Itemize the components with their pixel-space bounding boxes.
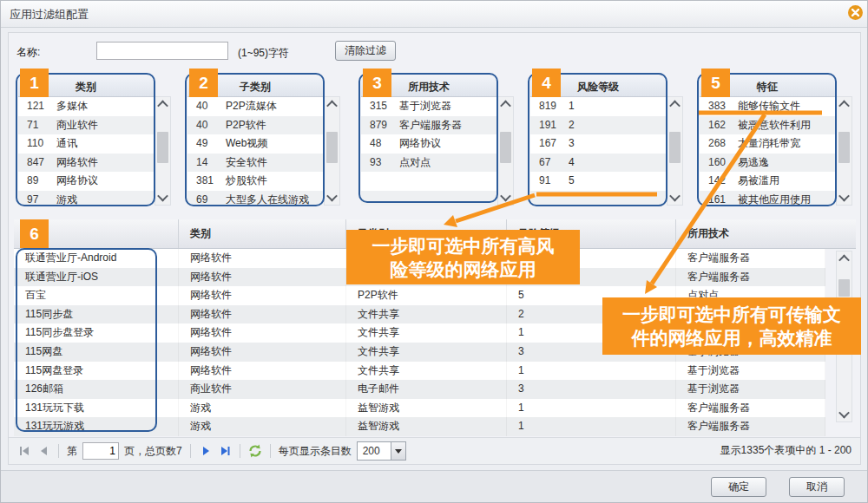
list-item[interactable]: 315 基于浏览器: [361, 97, 496, 116]
chevron-down-icon[interactable]: [498, 190, 513, 205]
item-label: 能够传输文件: [738, 97, 835, 116]
cell-category: 游戏: [179, 417, 346, 436]
list-item[interactable]: 142 易被滥用: [700, 172, 835, 191]
cell-subcategory: 文件共享: [346, 305, 507, 324]
list-item[interactable]: 40 P2P流媒体: [187, 97, 323, 116]
chevron-down-icon[interactable]: [837, 190, 852, 205]
table-scrollbar[interactable]: [836, 251, 852, 422]
list-item[interactable]: [361, 172, 496, 191]
table-row[interactable]: 联通营业厅-Android 网络软件 客户端服务器: [14, 249, 825, 268]
list-item[interactable]: 167 3: [530, 134, 666, 154]
chevron-down-icon[interactable]: [391, 442, 405, 460]
list-item[interactable]: 268 大量消耗带宽: [700, 134, 835, 154]
list-item[interactable]: 819 1: [530, 97, 666, 116]
scrollbar[interactable]: [324, 96, 340, 206]
cancel-button[interactable]: 取消: [789, 477, 845, 497]
table-row[interactable]: 联通营业厅-iOS 网络软件 客户端服务器: [14, 268, 825, 287]
list-item[interactable]: 847 网络软件: [18, 154, 154, 173]
chevron-up-icon[interactable]: [837, 97, 852, 112]
divider: [240, 444, 240, 458]
scrollbar[interactable]: [667, 96, 683, 206]
page-number-input[interactable]: [82, 442, 119, 460]
chevron-up-icon[interactable]: [667, 97, 682, 112]
list-item[interactable]: 67 4: [530, 154, 666, 173]
list-item[interactable]: 14 安全软件: [187, 154, 323, 173]
scroll-thumb[interactable]: [157, 132, 168, 163]
scrollbar[interactable]: [155, 96, 171, 206]
chevron-up-icon[interactable]: [155, 97, 170, 112]
chevron-down-icon[interactable]: [837, 407, 852, 421]
list-item[interactable]: 879 客户端服务器: [361, 116, 496, 135]
cell-category: 网络软件: [179, 305, 346, 324]
item-count: 315: [370, 97, 399, 116]
list-item[interactable]: 40 P2P软件: [187, 116, 323, 135]
chevron-up-icon[interactable]: [498, 97, 513, 112]
scroll-thumb[interactable]: [500, 132, 511, 163]
table-row[interactable]: 百宝 网络软件 P2P软件 5 点对点: [14, 286, 825, 305]
scrollbar[interactable]: [497, 96, 514, 206]
table-row[interactable]: 131玩玩下载 游戏 益智游戏 1 客户端服务器: [14, 399, 825, 418]
column-header-risk: 风险等级: [507, 219, 676, 248]
scrollbar[interactable]: [836, 96, 852, 206]
table-range-text: 显示1335个表项中的 1 - 200: [720, 443, 852, 458]
cell-subcategory: 文件共享: [346, 343, 507, 362]
list-item[interactable]: 69 大型多人在线游戏: [187, 191, 323, 206]
list-item[interactable]: 383 能够传输文件: [700, 97, 835, 116]
last-page-icon[interactable]: [218, 444, 232, 458]
item-count: 110: [27, 134, 56, 154]
clear-filter-button[interactable]: 清除过滤: [335, 41, 396, 61]
prev-page-icon[interactable]: [36, 444, 50, 458]
item-count: 847: [27, 154, 56, 173]
refresh-icon[interactable]: [248, 444, 262, 458]
table-row[interactable]: 115网盘登录 网络软件 文件共享 1 基于浏览器: [14, 362, 825, 381]
list-item[interactable]: 381 炒股软件: [187, 172, 323, 191]
list-item[interactable]: 191 2: [530, 116, 666, 135]
chevron-down-icon[interactable]: [667, 190, 682, 205]
chevron-up-icon[interactable]: [325, 97, 339, 112]
scroll-thumb[interactable]: [838, 132, 850, 163]
table-row[interactable]: 131玩玩游戏 游戏 益智游戏 1 客户端服务器: [14, 417, 825, 436]
list-item[interactable]: 110 通讯: [18, 134, 154, 154]
item-count: [370, 172, 399, 191]
item-count: 161: [708, 191, 738, 206]
cell-technology: 客户端服务器: [676, 249, 825, 268]
list-item[interactable]: 49 Web视频: [187, 134, 323, 154]
table-row[interactable]: 126邮箱 商业软件 电子邮件 3 基于浏览器: [14, 380, 825, 399]
list-item[interactable]: 91 5: [530, 172, 666, 191]
table-row[interactable]: 115同步盘登录 网络软件 文件共享 1: [14, 323, 825, 343]
per-page-select[interactable]: 200: [357, 441, 406, 461]
list-item[interactable]: 89 网络协议: [18, 172, 154, 191]
list-item[interactable]: 121 多媒体: [18, 97, 154, 116]
table-row[interactable]: 115同步盘 网络软件 文件共享 2: [14, 305, 825, 324]
list-item[interactable]: [530, 191, 666, 206]
list-item[interactable]: 48 网络协议: [361, 134, 496, 154]
chevron-up-icon[interactable]: [837, 252, 852, 266]
item-label: [569, 191, 666, 206]
name-input[interactable]: [96, 42, 228, 60]
list-item[interactable]: [361, 191, 496, 206]
chevron-down-icon[interactable]: [155, 190, 170, 205]
next-page-icon[interactable]: [199, 444, 213, 458]
item-label: [399, 191, 496, 206]
first-page-icon[interactable]: [17, 444, 31, 458]
list-item[interactable]: 162 被恶意软件利用: [700, 116, 835, 135]
ok-button[interactable]: 确定: [711, 477, 766, 497]
list-item[interactable]: 97 游戏: [18, 191, 154, 206]
list-item[interactable]: 161 被其他应用使用: [700, 191, 835, 206]
scroll-thumb[interactable]: [838, 279, 850, 297]
close-button[interactable]: [848, 5, 863, 20]
item-count: 49: [196, 134, 226, 154]
list-item[interactable]: 160 易逃逸: [700, 154, 835, 173]
divider: [270, 444, 271, 458]
table-row[interactable]: 115网盘 网络软件 文件共享 3 基于浏览器: [14, 343, 825, 362]
item-count: [539, 191, 569, 206]
scroll-thumb[interactable]: [669, 132, 681, 163]
scroll-thumb[interactable]: [326, 132, 338, 163]
column-header-subcategory: 子类别: [346, 219, 507, 248]
chevron-down-icon[interactable]: [325, 190, 339, 205]
cell-technology: 点对点: [676, 286, 825, 305]
list-item[interactable]: 71 商业软件: [18, 116, 154, 135]
item-count: 97: [27, 191, 56, 206]
list-item[interactable]: 93 点对点: [361, 154, 496, 173]
item-count: 381: [196, 172, 226, 191]
